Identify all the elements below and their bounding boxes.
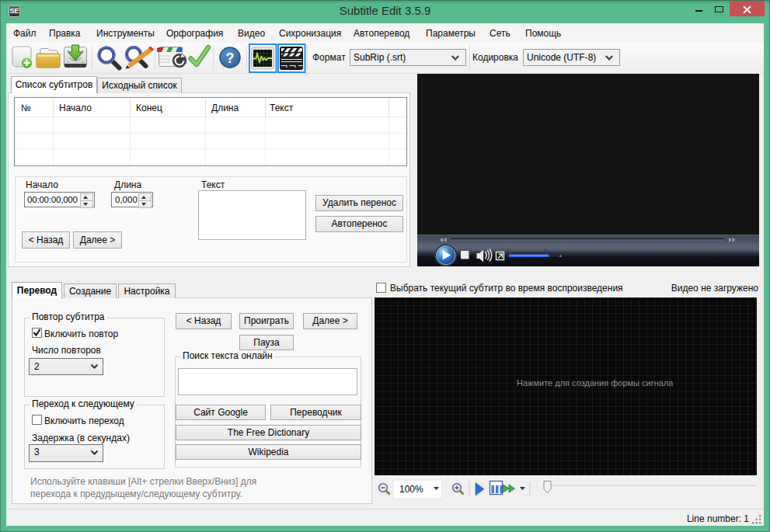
svg-text:?: ? [226,50,235,66]
svg-text:100%: 100% [399,484,423,495]
